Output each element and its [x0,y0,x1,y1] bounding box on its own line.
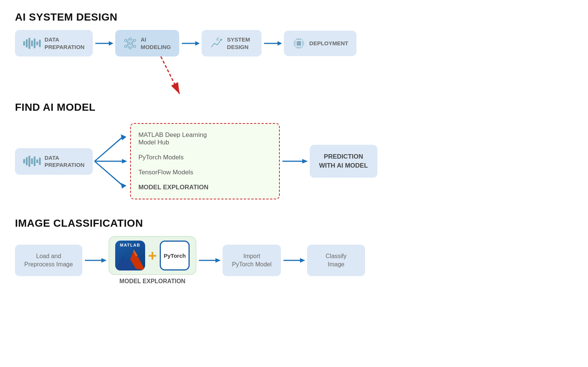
neural-icon [123,37,137,50]
classify-image-label: Classify Image [326,253,347,267]
svg-marker-59 [215,258,221,263]
matlab-pytorch-group: MATLAB + PyTorch [108,236,196,285]
model-source-matlab: MATLAB Deep LearningModel Hub [138,131,268,150]
section2-title: FIND AI MODEL [15,101,573,113]
svg-line-26 [217,37,219,39]
pipeline-box-deployment: DEPLOYMENT [284,31,356,56]
section-find-ai-model: FIND AI MODEL DATAPREPARATION [15,101,573,202]
matlab-pytorch-icons-row: MATLAB + PyTorch [108,236,196,275]
svg-marker-52 [302,159,308,163]
matlab-icon: MATLAB [115,241,145,270]
svg-marker-54 [101,258,107,263]
prediction-box: PREDICTION WITH AI MODEL [310,145,377,178]
model-exploration-label: MODEL EXPLORATION [138,184,268,191]
arrow-2 [179,40,202,47]
svg-marker-48 [122,159,127,163]
arrow-to-prediction [280,157,310,165]
plus-icon: + [148,248,157,263]
import-pytorch-box: ImportPyTorch Model [223,245,281,276]
svg-marker-50 [121,183,126,189]
arrow-3 [261,40,284,47]
image-class-row: Load andPreprocess Image MATLAB [15,236,573,285]
svg-line-49 [95,161,123,186]
svg-point-6 [129,47,131,49]
model-exploration-dashed-box: MATLAB Deep LearningModel Hub PyTorch Mo… [130,123,280,199]
red-dashed-arrow [131,53,213,98]
arrow-to-import [196,257,223,264]
svg-marker-22 [195,41,200,46]
find-model-layout: DATAPREPARATION MATLAB Deep LearningMode… [15,120,573,202]
pipeline-box-data-prep-2: DATAPREPARATION [15,148,93,175]
svg-line-44 [161,56,180,94]
waveform-icon-2 [23,156,41,167]
ai-modeling-label: AIMODELING [141,36,171,51]
svg-marker-46 [121,134,126,140]
section3-title: IMAGE CLASSIFICATION [15,217,573,229]
svg-marker-28 [278,41,282,46]
model-source-pytorch: PyTorch Models [138,150,268,165]
svg-point-3 [125,45,127,48]
svg-rect-30 [297,41,301,46]
data-prep-label-1: DATAPREPARATION [45,36,85,51]
classify-image-box[interactable]: Classify Image [307,245,365,276]
pytorch-icon: PyTorch [160,241,190,270]
model-sources-list: MATLAB Deep LearningModel Hub PyTorch Mo… [138,131,268,180]
chip-icon [292,37,306,50]
load-preprocess-label: Load andPreprocess Image [24,253,73,267]
section-ai-system-design: AI SYSTEM DESIGN DATAPREPARATION [15,11,573,90]
svg-point-8 [134,45,136,48]
svg-point-4 [129,38,131,40]
matlab-logo-shape [115,248,145,270]
svg-point-25 [217,39,218,40]
arrow-to-matlab [82,257,108,264]
svg-marker-61 [300,258,305,263]
model-source-tensorflow: TensorFlow Models [138,165,268,180]
svg-point-23 [220,39,222,40]
waveform-icon-1 [23,38,41,49]
pytorch-label: PyTorch [164,253,186,259]
arrow-1 [93,40,115,47]
svg-marker-1 [109,41,113,46]
svg-point-7 [134,39,136,42]
arrow-to-classify [281,257,307,264]
data-prep-label-2: DATAPREPARATION [45,154,85,169]
deployment-label: DEPLOYMENT [309,40,348,47]
section-image-classification: IMAGE CLASSIFICATION Load andPreprocess … [15,217,573,285]
fan-arrows-svg [93,120,130,202]
svg-point-2 [125,39,127,42]
model-exploration-label-3: MODEL EXPLORATION [119,278,185,285]
system-design-label: SYSTEMDESIGN [227,36,250,51]
chart-icon [210,37,223,50]
svg-line-45 [95,137,123,161]
section1-title: AI SYSTEM DESIGN [15,11,573,23]
svg-point-5 [129,42,131,45]
import-pytorch-label: ImportPyTorch Model [232,253,272,267]
prediction-label: PREDICTION WITH AI MODEL [319,153,368,169]
load-preprocess-box: Load andPreprocess Image [15,245,82,276]
